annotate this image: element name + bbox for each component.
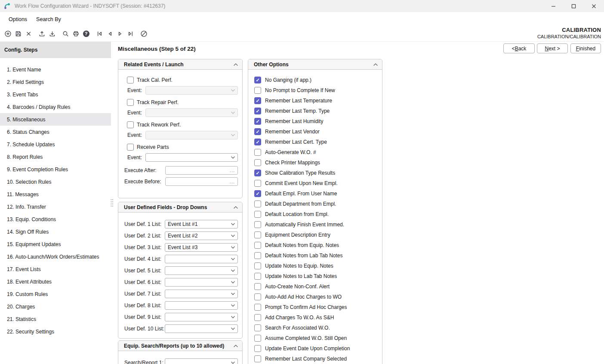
checkbox[interactable] [254,149,261,156]
checkbox[interactable] [254,221,261,228]
sidebar-item[interactable]: 13. Equip. Conditions [0,213,111,225]
option-row[interactable]: Remember Last Humidity [248,116,382,126]
delete-button[interactable] [23,29,34,39]
checkbox[interactable] [127,144,134,151]
sidebar-item[interactable]: 6. Status Changes [0,126,111,138]
sidebar-item[interactable]: 1. Event Name [0,63,111,76]
checkbox[interactable] [127,77,134,83]
next-record-button[interactable] [115,29,125,39]
checkbox[interactable] [254,335,261,342]
checkbox[interactable] [254,108,261,114]
checkbox[interactable] [254,139,261,145]
menu-item[interactable]: Options [8,15,28,24]
event-dropdown[interactable] [145,153,238,162]
checkbox[interactable] [254,97,261,104]
option-row[interactable]: Default Department from Empl. [248,199,382,209]
option-row[interactable]: Default Notes from Lab Tab Notes [248,250,382,261]
sidebar-item[interactable]: 21. Statistics [0,313,111,325]
close-button[interactable] [584,0,604,12]
checkbox[interactable] [254,180,261,187]
sidebar-item[interactable]: 15. Equipment Updates [0,238,111,250]
collapse-button[interactable] [232,204,240,211]
option-row[interactable]: Auto-Generate W.O. # [248,147,382,157]
checkbox[interactable] [254,190,261,197]
print-button[interactable] [71,29,81,39]
checkbox[interactable] [254,345,261,352]
checkbox[interactable] [254,118,261,125]
checkbox[interactable] [254,252,261,259]
checkbox[interactable] [254,355,261,362]
checkbox[interactable] [254,159,261,166]
checkbox[interactable] [254,293,261,300]
option-row[interactable]: Prompt To Confirm Ad Hoc Charges [248,302,382,312]
option-row[interactable]: Remember Last Vendor [248,126,382,137]
option-row[interactable]: Search For Associated W.O. [248,323,382,333]
sidebar-item[interactable]: 17. Event Lists [0,263,111,275]
execute-field[interactable]: ... [165,166,238,175]
sidebar-item[interactable]: 16. Auto-Launch/Work Orders/Estimates [0,250,111,263]
execute-field[interactable]: ... [165,177,238,186]
option-row[interactable]: Default Location from Empl. [248,209,382,219]
collapse-button[interactable] [232,342,240,349]
event-dropdown[interactable] [145,131,238,139]
option-row[interactable]: Automatically Finish Event Immed. [248,219,382,230]
collapse-button[interactable] [232,61,240,68]
checkbox[interactable] [127,121,134,128]
sidebar-item[interactable]: 7. Schedule Updates [0,138,111,151]
sidebar-item[interactable]: 10. Selection Rules [0,176,111,188]
sidebar-item[interactable]: 22. Security Settings [0,325,111,338]
user-def-dropdown[interactable] [165,266,238,275]
add-button[interactable] [3,29,13,39]
collapse-button[interactable] [372,61,379,68]
checkbox[interactable] [254,304,261,311]
event-dropdown[interactable] [145,86,238,95]
sidebar-item[interactable]: 20. Charges [0,300,111,313]
menu-item[interactable]: Search By [35,15,62,24]
sidebar-item[interactable]: 19. Custom Rules [0,288,111,300]
user-def-dropdown[interactable] [165,255,238,263]
finished-button[interactable]: Finished [570,43,601,53]
minimize-button[interactable] [543,0,564,12]
track-option-row[interactable]: Track Rework Perf. [127,121,238,128]
track-option-row[interactable]: Track Repair Perf. [127,99,238,106]
option-row[interactable]: Auto-Create Non-Conf. Alert [248,281,382,292]
search-report-dropdown[interactable] [165,358,238,364]
option-row[interactable]: Commit Event Upon New Empl. [248,178,382,188]
checkbox[interactable] [254,77,261,83]
sidebar-item[interactable]: 9. Event Completion Rules [0,163,111,176]
splitter-handle[interactable] [110,198,114,207]
first-record-button[interactable] [94,29,105,39]
checkbox[interactable] [254,87,261,94]
track-option-row[interactable]: Track Cal. Perf. [127,77,238,83]
option-row[interactable]: Assume Completed W.O. Still Open [248,333,382,343]
checkbox[interactable] [254,242,261,249]
sidebar-item[interactable]: 4. Barcodes / Display Rules [0,101,111,113]
track-option-row[interactable]: Receive Parts [127,144,238,151]
user-def-dropdown[interactable] [165,290,238,298]
user-def-dropdown[interactable]: Event List #1 [165,220,238,228]
option-row[interactable]: Auto-Add Ad Hoc Charges to WO [248,292,382,302]
option-row[interactable]: Default Empl. From User Name [248,188,382,199]
sidebar-item[interactable]: 14. Sign Off Rules [0,225,111,238]
checkbox[interactable] [254,273,261,280]
option-row[interactable]: Show Calibration Type Results [248,168,382,178]
checkbox[interactable] [254,170,261,176]
option-row[interactable]: Remember Last Company Selected [248,354,382,364]
checkbox[interactable] [254,262,261,269]
sidebar-item[interactable]: 2. Field Settings [0,76,111,88]
checkbox[interactable] [254,128,261,135]
option-row[interactable]: Check Printer Mappings [248,157,382,168]
export-button[interactable] [37,29,47,39]
next-button[interactable]: Next > [537,43,568,53]
sidebar-item[interactable]: 3. Event Tabs [0,88,111,101]
option-row[interactable]: Equipment Description Entry [248,230,382,240]
last-record-button[interactable] [125,29,136,39]
checkbox[interactable] [254,201,261,207]
user-def-dropdown[interactable] [165,324,238,333]
option-row[interactable]: Remember Last Cert. Type [248,137,382,147]
user-def-dropdown[interactable]: Event List #2 [165,231,238,240]
browse-button[interactable]: ... [230,179,235,184]
save-button[interactable] [13,29,23,39]
option-row[interactable]: Default Notes from Equip. Notes [248,240,382,250]
option-row[interactable]: Remember Last Temperature [248,96,382,106]
